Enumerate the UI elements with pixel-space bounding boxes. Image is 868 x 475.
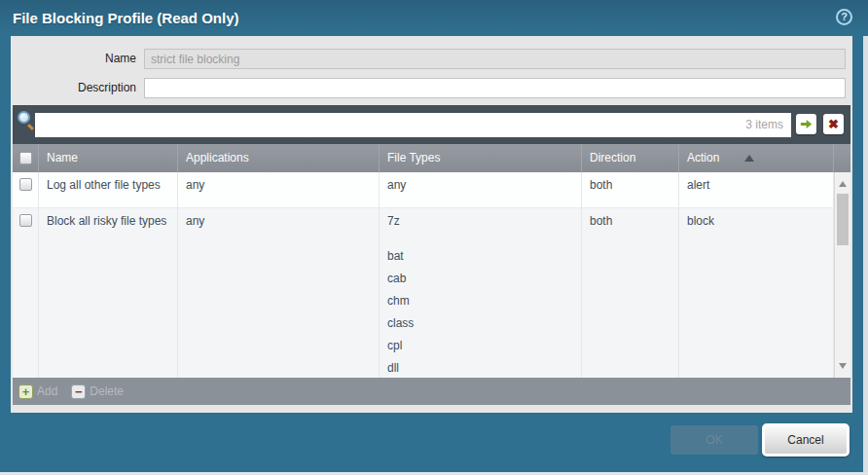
row-checkbox[interactable]: [19, 178, 32, 191]
description-label: Description: [11, 78, 136, 98]
cell-direction: both: [582, 208, 679, 378]
row-select-cell: [13, 172, 39, 207]
dialog-title: File Blocking Profile (Read Only): [13, 0, 239, 36]
cell-applications: any: [178, 172, 380, 207]
delete-button[interactable]: − Delete: [71, 384, 124, 399]
vertical-scrollbar[interactable]: [834, 172, 850, 378]
name-input[interactable]: [144, 49, 846, 69]
row-checkbox[interactable]: [19, 214, 32, 227]
rules-grid-panel: 3 items ✖ Name Applications File Types D…: [13, 105, 850, 405]
arrow-right-icon: [799, 117, 814, 131]
search-input[interactable]: [35, 113, 791, 137]
dialog-body: Name Description 3 items ✖: [11, 36, 852, 413]
file-type-item: dll: [387, 361, 573, 378]
column-header-file-types[interactable]: File Types: [380, 144, 582, 172]
cell-name: Block all risky file types: [39, 208, 178, 378]
scroll-up-icon[interactable]: [839, 181, 847, 187]
clear-filter-button[interactable]: ✖: [823, 114, 844, 134]
table-row[interactable]: Block all risky file types any 7z bat ca…: [13, 208, 834, 378]
cell-file-types: any: [380, 172, 582, 207]
select-all-header-cell[interactable]: [13, 144, 39, 172]
file-type-item: bat: [387, 249, 573, 272]
add-button[interactable]: + Add: [18, 384, 57, 399]
cancel-button[interactable]: Cancel: [762, 423, 850, 457]
row-select-cell: [13, 208, 39, 378]
file-type-item: class: [387, 316, 573, 339]
dialog-right-edge: [863, 36, 868, 472]
delete-button-label: Delete: [90, 384, 124, 398]
scrollbar-thumb[interactable]: [837, 194, 849, 245]
column-header-direction[interactable]: Direction: [582, 144, 679, 172]
table-body: Log all other file types any any both al…: [13, 172, 850, 378]
dialog-titlebar: File Blocking Profile (Read Only) ?: [0, 0, 868, 36]
grid-search-bar: 3 items ✖: [13, 105, 850, 144]
file-type-item: cpl: [387, 339, 573, 361]
file-type-item: cab: [387, 272, 573, 294]
scroll-down-icon[interactable]: [839, 363, 847, 369]
help-icon[interactable]: ?: [836, 9, 852, 25]
minus-icon: −: [71, 384, 86, 399]
column-header-action[interactable]: Action: [679, 144, 834, 172]
apply-filter-button[interactable]: [796, 114, 816, 134]
name-label: Name: [11, 49, 136, 69]
file-blocking-profile-dialog: File Blocking Profile (Read Only) ? Name…: [0, 0, 868, 475]
cell-action: block: [679, 208, 834, 378]
table-rows: Log all other file types any any both al…: [13, 172, 834, 378]
cell-applications: any: [178, 208, 380, 378]
cell-action: alert: [679, 172, 834, 207]
cell-direction: both: [582, 172, 679, 207]
table-row[interactable]: Log all other file types any any both al…: [13, 172, 834, 208]
select-all-checkbox[interactable]: [19, 152, 32, 164]
cell-file-types: 7z bat cab chm class cpl dll: [380, 208, 582, 378]
file-type-item: 7z: [387, 214, 573, 237]
column-header-action-label: Action: [687, 144, 719, 172]
column-header-applications[interactable]: Applications: [178, 144, 380, 172]
sort-ascending-icon: [744, 155, 754, 162]
plus-icon: +: [18, 384, 33, 399]
search-icon: [18, 111, 35, 128]
column-header-name[interactable]: Name: [39, 144, 178, 172]
file-type-item: chm: [387, 294, 573, 316]
table-header: Name Applications File Types Direction A…: [13, 144, 850, 172]
add-button-label: Add: [37, 384, 57, 398]
ok-button[interactable]: OK: [670, 425, 758, 455]
table-toolbar: + Add − Delete: [13, 378, 850, 405]
cell-name: Log all other file types: [39, 172, 178, 207]
description-input[interactable]: [144, 78, 846, 98]
column-header-spacer: [834, 144, 850, 172]
